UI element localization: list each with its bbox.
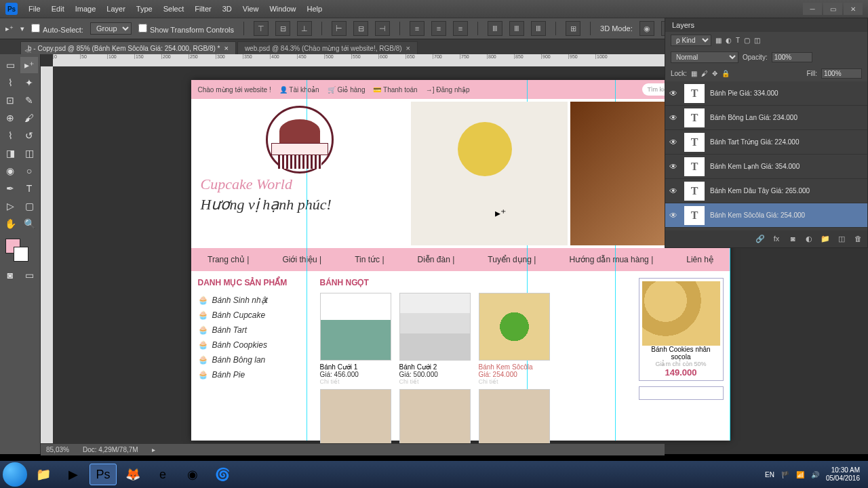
eraser-tool-icon[interactable]: ◨ xyxy=(1,145,19,161)
align-bottom-icon[interactable]: ⊥ xyxy=(297,21,312,36)
show-transform-checkbox[interactable]: Show Transform Controls xyxy=(138,24,234,34)
tray-network-icon[interactable]: 📶 xyxy=(796,471,804,479)
status-arrow-icon[interactable]: ▸ xyxy=(152,446,155,453)
distribute-left-icon[interactable]: Ⅲ xyxy=(488,21,502,36)
start-button[interactable] xyxy=(3,462,27,487)
layer-fx-icon[interactable]: fx xyxy=(771,233,782,244)
visibility-toggle-icon[interactable]: 👁 xyxy=(669,113,679,123)
ruler-vertical[interactable] xyxy=(41,66,53,454)
align-hcenter-icon[interactable]: ⊟ xyxy=(353,21,368,36)
auto-select-checkbox[interactable]: Auto-Select: xyxy=(31,24,83,34)
pen-tool-icon[interactable]: ✒ xyxy=(1,180,19,197)
explorer-icon[interactable]: 📁 xyxy=(30,464,57,485)
distribute-right-icon[interactable]: Ⅲ xyxy=(531,21,546,36)
visibility-toggle-icon[interactable]: 👁 xyxy=(669,211,679,220)
align-vcenter-icon[interactable]: ⊟ xyxy=(275,21,290,36)
menu-type[interactable]: Type xyxy=(136,5,153,13)
blur-tool-icon[interactable]: ◉ xyxy=(1,163,19,179)
doc-tab-1[interactable]: b - Copy.psd @ 85% (Bánh Kem Sôcôla Giá:… xyxy=(20,41,236,54)
stamp-tool-icon[interactable]: ⌇ xyxy=(1,127,19,144)
move-tool-icon[interactable]: ▸⁺ xyxy=(20,57,38,73)
layer-row[interactable]: 👁TBánh Kem Dâu Tây Giá: 265.000 xyxy=(665,179,867,203)
visibility-toggle-icon[interactable]: 👁 xyxy=(669,138,679,147)
visibility-toggle-icon[interactable]: 👁 xyxy=(669,89,679,98)
dodge-tool-icon[interactable]: ○ xyxy=(20,163,38,179)
menu-help[interactable]: Help xyxy=(307,5,323,13)
layer-row[interactable]: 👁TBánh Kem Lạnh Giá: 354.000 xyxy=(665,155,867,179)
tool-preset-dropdown[interactable]: ▾ xyxy=(20,24,24,33)
close-icon[interactable]: × xyxy=(406,44,410,52)
tray-volume-icon[interactable]: 🔊 xyxy=(811,471,819,479)
new-layer-icon[interactable]: ◫ xyxy=(836,233,847,244)
canvas-document[interactable]: Chào mừng tới website ! 👤 Tài khoản 🛒 Gi… xyxy=(191,80,730,441)
visibility-toggle-icon[interactable]: 👁 xyxy=(669,186,679,196)
menu-view[interactable]: View xyxy=(243,5,259,13)
marquee-tool-icon[interactable]: ▭ xyxy=(1,57,19,73)
lock-image-icon[interactable]: 🖌 xyxy=(701,70,708,77)
firefox-icon[interactable]: 🦊 xyxy=(119,464,146,485)
lasso-tool-icon[interactable]: ⌇ xyxy=(1,75,19,91)
filter-adjust-icon[interactable]: ◐ xyxy=(726,37,732,44)
filter-pixel-icon[interactable]: ▦ xyxy=(715,37,722,44)
fill-input[interactable] xyxy=(821,68,862,79)
align-right-icon[interactable]: ⊣ xyxy=(375,21,390,36)
layer-row[interactable]: 👁TBánh Tart Trứng Giá: 224.000 xyxy=(665,130,867,155)
window-maximize-button[interactable]: ▭ xyxy=(823,3,842,15)
visibility-toggle-icon[interactable]: 👁 xyxy=(669,162,679,171)
filter-type-icon[interactable]: T xyxy=(736,37,740,44)
layer-mask-icon[interactable]: ◙ xyxy=(787,233,798,244)
tray-flag-icon[interactable]: 🏴 xyxy=(781,471,789,479)
filter-smart-icon[interactable]: ◫ xyxy=(754,37,760,44)
menu-select[interactable]: Select xyxy=(163,5,184,13)
menu-layer[interactable]: Layer xyxy=(106,5,125,13)
lock-all-icon[interactable]: 🔒 xyxy=(722,70,730,77)
hand-tool-icon[interactable]: ✋ xyxy=(1,216,19,232)
brush-tool-icon[interactable]: 🖌 xyxy=(20,110,38,126)
align-left-icon[interactable]: ⊢ xyxy=(332,21,347,36)
doc-tab-2[interactable]: web.psd @ 84.3% (Chào mừng tới website!,… xyxy=(237,41,418,54)
tray-clock[interactable]: 10:30 AM05/04/2016 xyxy=(826,466,860,483)
filter-shape-icon[interactable]: ▢ xyxy=(744,37,750,44)
distribute-bottom-icon[interactable]: ≡ xyxy=(453,21,468,36)
menu-3d[interactable]: 3D xyxy=(222,5,232,13)
layer-row[interactable]: 👁TBánh Kem Sôcôla Giá: 254.000 xyxy=(665,203,867,228)
menu-edit[interactable]: Edit xyxy=(52,5,64,13)
background-color[interactable] xyxy=(14,247,28,262)
menu-file[interactable]: File xyxy=(28,5,41,13)
color-swatches[interactable] xyxy=(1,239,39,266)
layers-panel-tab[interactable]: Layers xyxy=(665,18,867,32)
auto-select-dropdown[interactable]: Group xyxy=(90,22,132,35)
lock-transparency-icon[interactable]: ▦ xyxy=(691,70,697,77)
distribute-hcenter-icon[interactable]: Ⅲ xyxy=(509,21,524,36)
zoom-tool-icon[interactable]: 🔍 xyxy=(20,216,38,232)
3d-orbit-icon[interactable]: ◉ xyxy=(639,21,654,36)
window-minimize-button[interactable]: ─ xyxy=(803,3,822,15)
chrome-icon[interactable]: ◉ xyxy=(179,464,206,485)
tray-lang[interactable]: EN xyxy=(765,471,774,479)
blend-mode-dropdown[interactable]: Normal xyxy=(671,52,738,63)
link-layers-icon[interactable]: 🔗 xyxy=(755,233,766,244)
healing-tool-icon[interactable]: ⊕ xyxy=(1,110,19,126)
path-tool-icon[interactable]: ▷ xyxy=(1,198,19,214)
shape-tool-icon[interactable]: ▢ xyxy=(20,198,38,214)
magic-wand-tool-icon[interactable]: ✦ xyxy=(20,75,38,91)
media-player-icon[interactable]: ▶ xyxy=(60,464,87,485)
align-top-icon[interactable]: ⊤ xyxy=(254,21,269,36)
menu-filter[interactable]: Filter xyxy=(195,5,211,13)
menu-image[interactable]: Image xyxy=(75,5,96,13)
menu-window[interactable]: Window xyxy=(269,5,296,13)
distribute-vcenter-icon[interactable]: ≡ xyxy=(431,21,446,36)
type-tool-icon[interactable]: T xyxy=(20,180,38,197)
layer-group-icon[interactable]: 📁 xyxy=(820,233,831,244)
crop-tool-icon[interactable]: ⊡ xyxy=(1,92,19,108)
close-icon[interactable]: × xyxy=(224,44,228,52)
delete-layer-icon[interactable]: 🗑 xyxy=(852,233,863,244)
quick-mask-icon[interactable]: ◙ xyxy=(1,267,19,283)
window-close-button[interactable]: ✕ xyxy=(844,3,863,15)
ie-icon[interactable]: e xyxy=(149,464,176,485)
layer-row[interactable]: 👁TBánh Pie Giá: 334.000 xyxy=(665,81,867,106)
gradient-tool-icon[interactable]: ◫ xyxy=(20,145,38,161)
layer-kind-filter[interactable]: ρ Kind xyxy=(671,35,711,46)
opacity-input[interactable] xyxy=(772,52,812,62)
photoshop-taskbar-icon[interactable]: Ps xyxy=(90,464,117,485)
